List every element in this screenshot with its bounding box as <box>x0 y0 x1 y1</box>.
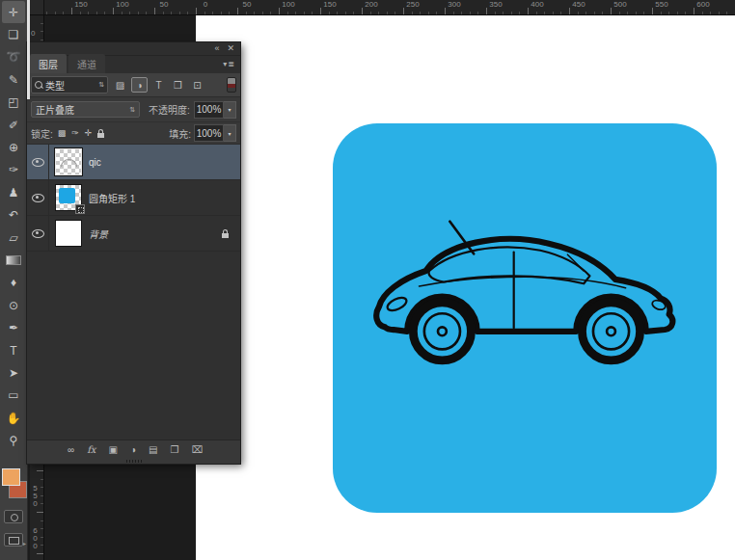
layer-row-background[interactable]: 背景 <box>27 216 240 252</box>
layer-name[interactable]: qic <box>89 157 101 168</box>
lasso-tool[interactable]: ➰ <box>0 46 27 68</box>
close-panel-icon[interactable]: ✕ <box>227 44 234 53</box>
opacity-value[interactable]: 100% <box>194 101 224 119</box>
eyedropper-tool[interactable]: ✐ <box>0 114 27 136</box>
layer-thumbnail[interactable] <box>56 185 81 210</box>
blend-mode-value: 正片叠底 <box>36 102 74 117</box>
shape-layer-badge-icon <box>75 204 85 214</box>
visibility-toggle[interactable] <box>27 216 49 251</box>
layer-row-qic[interactable]: qic <box>27 145 240 180</box>
collapse-panel-icon[interactable]: « <box>214 44 219 53</box>
path-selection-tool-icon: ➤ <box>9 367 18 379</box>
opacity-dropdown-arrow[interactable]: ▾ <box>224 101 236 119</box>
quick-selection-tool[interactable]: ✎ <box>0 68 27 91</box>
layer-filter-row: 类型 ⇅ ▨◑T❒⊡ <box>27 73 240 97</box>
path-selection-tool[interactable]: ➤ <box>0 361 27 384</box>
blue-shape-thumbnail <box>59 188 75 203</box>
ruler-mark: 350 <box>489 0 502 9</box>
pen-tool[interactable]: ✒ <box>0 316 27 338</box>
layer-style-icon[interactable]: fx <box>87 445 95 455</box>
eraser-tool[interactable]: ▱ <box>0 227 27 249</box>
panel-menu-icon[interactable]: ▾≣ <box>223 60 235 68</box>
ruler-mark: 100 <box>282 0 294 9</box>
layer-thumbnail[interactable] <box>56 149 81 174</box>
ruler-mark: 0 <box>204 0 207 9</box>
rectangle-tool[interactable]: ▭ <box>0 385 27 407</box>
visibility-toggle[interactable] <box>27 180 49 215</box>
horizontal-ruler[interactable]: 1501005005010015020025030035040045050055… <box>30 0 735 15</box>
filter-type-dropdown[interactable]: 类型 ⇅ <box>31 76 108 93</box>
ruler-mark: 150 <box>323 0 336 9</box>
delete-layer-icon[interactable]: ⌧ <box>191 445 203 455</box>
layer-thumbnail[interactable] <box>56 221 81 246</box>
ruler-origin-corner[interactable] <box>30 0 44 15</box>
lock-transparency-icon[interactable]: ▩ <box>58 128 67 138</box>
fill-value[interactable]: 100% <box>194 124 224 142</box>
eraser-tool-icon: ▱ <box>9 232 17 244</box>
panel-edge-divider <box>27 0 30 99</box>
ruler-mark: 50 <box>243 0 252 9</box>
type-tool[interactable]: T <box>0 339 27 361</box>
link-layers-icon[interactable]: ∞ <box>68 445 74 455</box>
healing-brush-tool[interactable]: ⊕ <box>0 136 27 158</box>
layer-name[interactable]: 背景 <box>89 227 108 241</box>
fill-dropdown-arrow[interactable]: ▾ <box>224 124 236 142</box>
filter-type-layers-icon[interactable]: T <box>150 77 167 93</box>
layer-name[interactable]: 圆角矩形 1 <box>89 191 135 205</box>
move-tool[interactable]: ✛ <box>2 1 25 23</box>
filter-toggle-switch[interactable] <box>227 77 236 93</box>
crop-tool[interactable]: ◰ <box>0 92 27 114</box>
layers-panel-footer: ∞fx▣◑▤❐⌧ <box>27 440 240 459</box>
lock-pixels-icon[interactable]: ✑ <box>71 128 79 138</box>
history-brush-tool-icon: ↶ <box>9 209 18 221</box>
hand-tool-icon: ✋ <box>7 413 21 424</box>
lock-all-icon[interactable] <box>97 133 104 138</box>
background-lock-icon <box>222 233 229 238</box>
screen-mode-button[interactable] <box>4 533 23 547</box>
ruler-mark: 450 <box>572 0 585 9</box>
dodge-tool[interactable]: ⊙ <box>0 294 27 316</box>
filter-shape-layers-icon[interactable]: ❒ <box>170 77 186 93</box>
opacity-label: 不透明度: <box>149 102 190 117</box>
fill-field[interactable]: 100% ▾ <box>194 125 236 141</box>
zoom-tool[interactable]: ⚲ <box>0 429 27 451</box>
brush-tool-icon: ✑ <box>9 164 18 175</box>
lock-position-icon[interactable]: ✛ <box>85 128 93 138</box>
ruler-mark: 300 <box>448 0 460 9</box>
eye-icon <box>32 229 44 238</box>
gradient-tool[interactable] <box>0 249 27 271</box>
tab-channels[interactable]: 通道 <box>68 54 105 73</box>
document-canvas[interactable] <box>196 14 735 560</box>
hand-tool[interactable]: ✋ <box>0 407 27 429</box>
photoshop-workspace: 1501005005010015020025030035040045050055… <box>0 0 735 560</box>
opacity-field[interactable]: 100% ▾ <box>194 102 236 118</box>
filter-pixel-layers-icon[interactable]: ▨ <box>112 77 128 93</box>
panel-resize-grip[interactable] <box>27 459 240 464</box>
adjustment-layer-icon[interactable]: ◑ <box>130 445 136 455</box>
filter-smart-objects-icon[interactable]: ⊡ <box>189 77 205 93</box>
tab-layers[interactable]: 图层 <box>30 54 67 73</box>
layer-row-rounded-rect[interactable]: 圆角矩形 1 <box>27 180 240 216</box>
visibility-toggle[interactable] <box>27 145 49 179</box>
clone-stamp-tool[interactable]: ♟ <box>0 181 27 203</box>
new-group-icon[interactable]: ▤ <box>149 445 157 455</box>
filter-type-label: 类型 <box>45 78 65 93</box>
blur-tool[interactable]: ♦ <box>0 272 27 294</box>
blend-mode-dropdown[interactable]: 正片叠底 ⇅ <box>31 101 140 118</box>
tools-panel: ✛❏➰✎◰✐⊕✑♟↶▱♦⊙✒T➤▭✋⚲ ▸ <box>0 0 28 560</box>
marquee-tool[interactable]: ❏ <box>0 23 27 45</box>
ruler-mark: 200 <box>365 0 377 9</box>
quick-mask-mode-button[interactable] <box>4 510 23 523</box>
new-layer-icon[interactable]: ❐ <box>170 445 178 455</box>
layer-mask-icon[interactable]: ▣ <box>108 445 117 455</box>
ruler-mark: 600 <box>31 526 39 549</box>
pen-tool-icon: ✒ <box>9 322 18 333</box>
filter-adjustment-layers-icon[interactable]: ◑ <box>131 77 148 93</box>
crop-tool-icon: ◰ <box>8 96 18 108</box>
brush-tool[interactable]: ✑ <box>0 159 27 181</box>
ruler-mark: 150 <box>74 0 87 9</box>
history-brush-tool[interactable]: ↶ <box>0 204 27 227</box>
blur-tool-icon: ♦ <box>11 277 16 288</box>
car-illustration <box>371 213 678 369</box>
foreground-color-swatch[interactable] <box>2 468 20 486</box>
